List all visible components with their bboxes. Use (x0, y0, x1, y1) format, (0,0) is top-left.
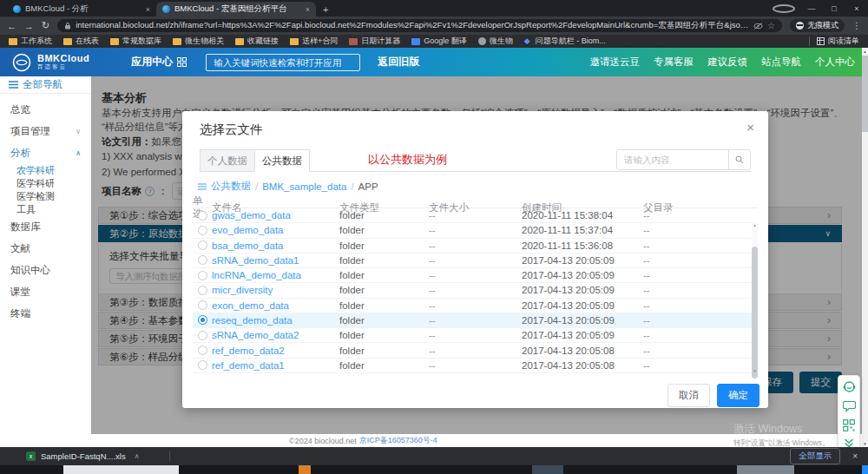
download-item[interactable]: x SampleID-FastqN....xls ∧ (26, 451, 140, 461)
browser-tab-2-active[interactable]: BMKCloud - 宏基因组分析平台 × (156, 2, 316, 16)
table-row[interactable]: evo_demo_data folder -- 2020-11-11 15:37… (193, 223, 758, 238)
customer-service-icon[interactable] (843, 380, 856, 393)
chevron-up-icon[interactable]: ∧ (135, 452, 140, 460)
table-row[interactable]: sRNA_demo_data2 folder -- 2017-04-13 20:… (193, 328, 758, 343)
radio-button[interactable] (198, 271, 207, 280)
browser-tab-1[interactable]: BMKCloud - 分析 × (7, 2, 156, 16)
bookmark-item[interactable]: 工作系统 (9, 36, 52, 47)
tab-close-icon[interactable]: × (146, 5, 150, 14)
icp-link[interactable]: 京ICP备16057360号-4 (359, 435, 437, 446)
eye-blocked-icon[interactable] (753, 23, 763, 30)
radio-button[interactable] (198, 360, 207, 370)
file-name-link[interactable]: lncRNA_demo_data (212, 270, 339, 280)
sidebar-item[interactable]: 总览 (0, 99, 91, 121)
radio-button[interactable] (198, 300, 207, 310)
bookmark-item[interactable]: Google 翻译 (411, 36, 467, 47)
file-name-link[interactable]: ref_demo_data1 (212, 360, 339, 371)
radio-button[interactable] (198, 226, 207, 235)
sidebar-item[interactable]: 分析 ∧ (0, 142, 91, 164)
scrollbar-thumb[interactable] (862, 56, 868, 132)
radio-button[interactable] (198, 331, 207, 340)
file-name-link[interactable]: gwas_demo_data (212, 210, 339, 221)
chat-icon[interactable] (843, 400, 856, 412)
header-nav-link[interactable]: 站点导航 (761, 56, 801, 69)
shelf-close-icon[interactable]: × (852, 451, 858, 461)
browser-menu-icon[interactable]: ⋮ (852, 21, 861, 30)
table-row[interactable]: reseq_demo_data folder -- 2017-04-13 20:… (193, 313, 758, 328)
bookmark-item[interactable]: 微生物相关 (173, 36, 224, 47)
file-name-link[interactable]: bsa_demo_data (212, 240, 339, 251)
table-row[interactable]: sRNA_demo_data1 folder -- 2017-04-13 20:… (193, 253, 758, 268)
table-row[interactable]: ref_demo_data1 folder -- 2017-04-13 20:0… (193, 359, 758, 373)
sidebar-item[interactable]: 数据库 (0, 216, 91, 238)
header-nav-link[interactable]: 个人中心 (815, 56, 855, 69)
sidebar-item[interactable]: 医学检测 (0, 190, 91, 203)
file-name-link[interactable]: micr_diversity (212, 285, 339, 295)
new-tab-button[interactable]: + (323, 4, 328, 16)
bookmark-item[interactable]: 收藏链接 (235, 36, 279, 47)
bookmark-item[interactable]: 常规数据库 (110, 36, 161, 47)
app-search-input[interactable] (206, 54, 360, 71)
window-maximize-button[interactable]: □ (823, 4, 845, 13)
bookmark-star-icon[interactable]: ☆ (767, 21, 775, 30)
radio-button[interactable] (198, 346, 207, 355)
back-icon[interactable]: ← (7, 21, 16, 31)
file-name-link[interactable]: exon_demo_data (212, 300, 339, 311)
tab-personal-data[interactable]: 个人数据 (200, 149, 255, 172)
bookmark-item[interactable]: 送样+合同 (290, 36, 338, 47)
show-all-downloads-button[interactable]: 全部显示 (790, 448, 840, 464)
cancel-button[interactable]: 取消 (667, 384, 710, 407)
breadcrumb-folder-link[interactable]: BMK_sample_data (262, 181, 346, 192)
forward-icon[interactable]: → (24, 21, 34, 31)
back-to-old-version-button[interactable]: 返回旧版 (378, 55, 419, 69)
dialog-search-input[interactable] (617, 150, 728, 169)
confirm-button[interactable]: 确定 (717, 384, 760, 407)
sidebar-item[interactable]: 知识中心 (0, 260, 91, 281)
radio-button[interactable] (198, 211, 207, 221)
bookmark-item[interactable]: 微生物 (478, 36, 513, 47)
scrollbar-thumb[interactable] (752, 247, 758, 379)
table-row[interactable]: lncRNA_demo_data folder -- 2017-04-13 20… (193, 268, 758, 283)
sidebar-item[interactable]: 文献 (0, 238, 91, 260)
sidebar-item[interactable]: 医学科研 (0, 177, 91, 190)
file-name-link[interactable]: ref_demo_data2 (212, 346, 339, 356)
bmkcloud-logo[interactable]: BMKCloud百迈客云 (12, 53, 89, 72)
bookmark-item[interactable]: 在线表 (63, 36, 99, 47)
search-button[interactable] (728, 150, 750, 169)
scroll-down-icon[interactable]: ▾ (752, 368, 758, 373)
scroll-down-icon[interactable]: ▾ (862, 441, 868, 446)
dialog-close-icon[interactable]: × (746, 120, 754, 135)
window-minimize-button[interactable]: — (800, 4, 823, 13)
app-center-button[interactable]: 应用中心 (131, 55, 187, 69)
sidebar-toggle-all-nav[interactable]: 全部导航 (0, 76, 91, 94)
header-nav-link[interactable]: 建议反馈 (707, 56, 747, 69)
table-row[interactable]: gwas_demo_data folder -- 2020-11-11 15:3… (193, 208, 758, 223)
table-scrollbar[interactable]: ▴ ▾ (752, 222, 758, 373)
page-scrollbar[interactable]: ▴ ▾ (862, 48, 868, 447)
reload-icon[interactable]: ↻ (42, 20, 49, 31)
window-close-button[interactable]: × (845, 4, 868, 13)
scroll-up-icon[interactable]: ▴ (862, 49, 868, 54)
file-name-link[interactable]: reseq_demo_data (212, 315, 339, 326)
file-name-link[interactable]: sRNA_demo_data1 (212, 255, 339, 266)
header-nav-link[interactable]: 邀请送云豆 (590, 56, 641, 69)
sidebar-item[interactable]: 农学科研 (0, 164, 91, 177)
sidebar-item[interactable]: 课堂 (0, 281, 91, 303)
sidebar-item[interactable]: 项目管理 ∨ (0, 121, 91, 142)
tab-public-data[interactable]: 公共数据 (254, 149, 310, 172)
radio-button[interactable] (198, 255, 207, 265)
table-row[interactable]: ref_demo_data2 folder -- 2017-04-13 20:0… (193, 343, 758, 358)
radio-button[interactable] (198, 315, 207, 325)
profile-icon[interactable] (773, 4, 795, 13)
file-name-link[interactable]: evo_demo_data (212, 225, 339, 235)
file-name-link[interactable]: sRNA_demo_data2 (212, 330, 339, 340)
table-row[interactable]: micr_diversity folder -- 2017-04-13 20:0… (193, 283, 758, 298)
qrcode-icon[interactable] (843, 419, 855, 431)
radio-button[interactable] (198, 240, 207, 250)
table-row[interactable]: bsa_demo_data folder -- 2020-11-11 15:36… (193, 239, 758, 253)
table-row[interactable]: exon_demo_data folder -- 2017-04-13 20:0… (193, 299, 758, 313)
bookmark-item[interactable]: 问题导航栏 - Biom... (524, 36, 606, 47)
radio-button[interactable] (198, 286, 207, 295)
tab-close-icon[interactable]: × (306, 5, 310, 14)
header-nav-link[interactable]: 专属客服 (654, 56, 694, 69)
